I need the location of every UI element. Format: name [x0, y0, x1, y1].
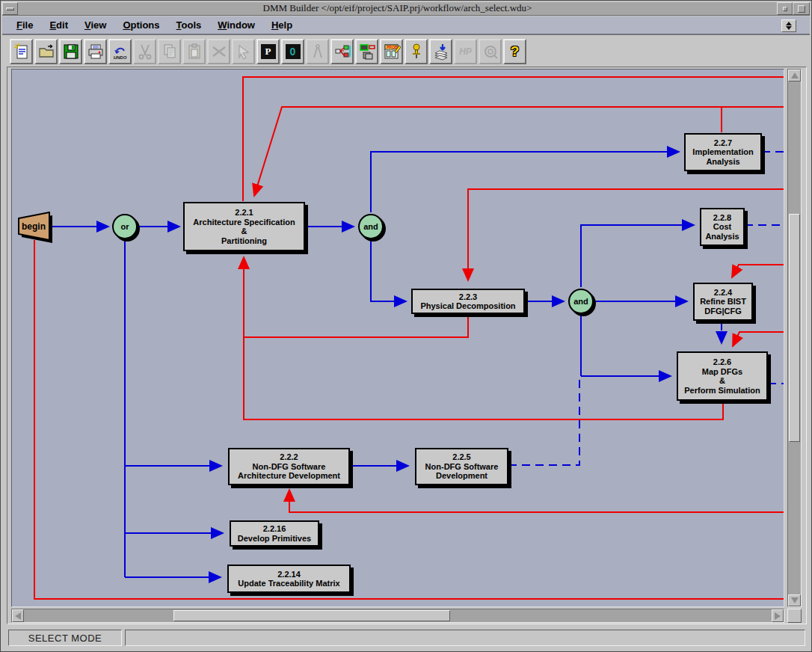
import-stack-button[interactable] — [429, 39, 452, 64]
hp-tool-button[interactable]: HP — [454, 39, 477, 64]
maximize-button[interactable] — [793, 2, 810, 15]
menu-help[interactable]: Help — [263, 17, 301, 33]
node-or[interactable]: or — [112, 214, 138, 239]
node-number: 2.2.8 — [713, 213, 731, 223]
flow-and1-to-227[interactable] — [371, 152, 679, 212]
node-2.2.6[interactable]: 2.2.6 Map DFGs & Perform Simulation — [677, 351, 768, 401]
select-pointer-button[interactable] — [232, 39, 255, 64]
scroll-down-button[interactable] — [788, 594, 801, 606]
p-tool-button[interactable]: P — [256, 39, 280, 64]
node-begin[interactable]: begin — [18, 212, 57, 247]
vertical-scroll-thumb[interactable] — [789, 214, 800, 442]
minimize-button[interactable] — [777, 2, 793, 15]
paste-button[interactable] — [182, 39, 206, 64]
scroll-right-button[interactable] — [772, 609, 784, 622]
scroll-right-icon — [775, 612, 781, 620]
spinner-up-icon — [786, 22, 792, 25]
pushpin-icon — [407, 43, 425, 61]
vertical-scrollbar[interactable] — [787, 69, 802, 607]
node-and-2[interactable]: and — [568, 289, 594, 314]
stamp-seal-icon — [482, 43, 499, 61]
node-2.2.7[interactable]: 2.2.7 Implementation Analysis — [684, 133, 762, 171]
flow-and1-to-223[interactable] — [371, 241, 406, 301]
spinner-down-icon — [786, 26, 792, 30]
workflow-canvas[interactable]: begin or and and 2.2.1 Architecture Spec… — [11, 69, 784, 607]
feedback-223-loop[interactable] — [244, 314, 468, 337]
menu-file[interactable]: File — [8, 17, 41, 33]
node-2.2.16[interactable]: 2.2.16 Develop Primitives — [230, 520, 319, 547]
print-button[interactable] — [84, 39, 107, 64]
scroll-up-button[interactable] — [788, 70, 801, 82]
mode-indicator: SELECT MODE — [8, 630, 122, 646]
new-button[interactable] — [10, 39, 33, 64]
horizontal-scrollbar[interactable] — [11, 609, 784, 623]
window-menu-icon — [6, 7, 14, 10]
flow-225-to-and2-dashed[interactable] — [508, 379, 579, 465]
workflow-diagram-icon — [333, 43, 351, 61]
node-line: Update Traceability Matrix — [238, 579, 339, 588]
node-number: 2.2.14 — [277, 570, 301, 579]
scroll-up-icon — [791, 73, 799, 79]
cut-button[interactable] — [133, 39, 156, 64]
menu-tools[interactable]: Tools — [168, 17, 210, 33]
menu-window[interactable]: Window — [209, 17, 263, 33]
pushpin-button[interactable] — [405, 39, 428, 64]
and2-label: and — [573, 297, 588, 307]
status-message — [125, 630, 805, 646]
node-2.2.8[interactable]: 2.2.8 Cost Analysis — [700, 208, 745, 246]
delete-button[interactable] — [207, 39, 230, 64]
compass-button[interactable] — [306, 39, 329, 64]
open-folder-icon — [37, 43, 55, 61]
p-tool-icon: P — [261, 44, 276, 59]
node-2.2.2[interactable]: 2.2.2 Non-DFG Software Architecture Deve… — [228, 448, 350, 485]
window-layers-icon — [358, 43, 376, 61]
copy-button[interactable] — [158, 39, 181, 64]
help-button[interactable]: ? — [503, 39, 526, 64]
p-glyph: P — [265, 46, 271, 58]
node-line: Architecture Specification — [193, 218, 295, 227]
node-line: Refine BIST — [700, 297, 746, 307]
node-2.2.3[interactable]: 2.2.3 Physical Decomposition — [411, 289, 525, 314]
status-bar: SELECT MODE — [7, 629, 807, 647]
window-layers-button[interactable] — [355, 39, 378, 64]
node-2.2.14[interactable]: 2.2.14 Update Traceability Matrix — [227, 565, 351, 593]
menu-options[interactable]: Options — [114, 17, 167, 33]
feedback-226-to-221[interactable] — [244, 257, 723, 419]
menu-view[interactable]: View — [76, 17, 114, 33]
flow-and2-to-228[interactable] — [581, 225, 694, 287]
node-line: Develop Primitives — [238, 534, 311, 544]
menu-edit[interactable]: Edit — [41, 17, 76, 33]
pointer-arrow-icon — [235, 43, 253, 61]
prob-editor-button[interactable]: PROB — [380, 39, 403, 64]
node-line: Architecture Development — [238, 471, 340, 481]
horizontal-scroll-thumb[interactable] — [173, 610, 450, 621]
feedback-to-222[interactable] — [289, 490, 784, 512]
node-line: & — [719, 376, 725, 386]
or-label: or — [121, 222, 129, 232]
window-menu-button[interactable] — [2, 2, 18, 15]
menubar-spinner[interactable] — [781, 19, 796, 32]
node-line: Non-DFG Software — [425, 462, 499, 472]
scroll-down-icon — [791, 597, 799, 603]
copy-icon — [161, 43, 179, 61]
help-question-icon: ? — [511, 43, 520, 60]
feedback-to-224[interactable] — [732, 265, 784, 277]
compass-icon — [309, 43, 327, 61]
flow-lines — [12, 70, 784, 607]
stamp-button[interactable] — [479, 39, 502, 64]
node-line: Perform Simulation — [684, 386, 760, 396]
node-and-1[interactable]: and — [358, 214, 384, 239]
node-number: 2.2.5 — [452, 452, 470, 462]
zero-tool-button[interactable]: 0 — [281, 39, 304, 64]
scrollbar-corner-grip[interactable] — [787, 609, 802, 623]
scroll-left-button[interactable] — [12, 609, 24, 622]
undo-button[interactable]: UNDO — [108, 39, 132, 64]
node-2.2.4[interactable]: 2.2.4 Refine BIST DFG|CFG — [693, 283, 753, 321]
workflow-diagram-button[interactable] — [330, 39, 354, 64]
open-button[interactable] — [34, 39, 58, 64]
feedback-to-226[interactable] — [733, 332, 784, 346]
save-button[interactable] — [59, 39, 82, 64]
node-2.2.5[interactable]: 2.2.5 Non-DFG Software Development — [415, 448, 508, 485]
title-bar: DMM Builder </opt/eif/project/SAIP.prj/w… — [2, 2, 810, 16]
node-2.2.1[interactable]: 2.2.1 Architecture Specification & Parti… — [183, 202, 305, 251]
